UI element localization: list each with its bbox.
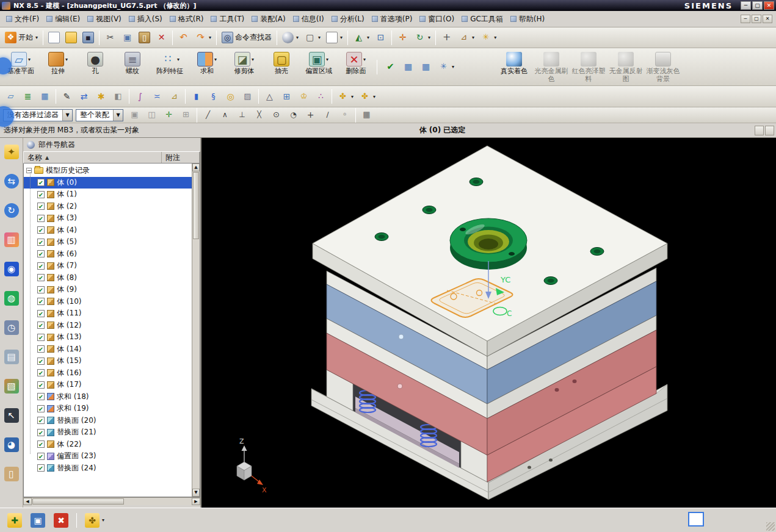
tree-item-row[interactable]: ✔替换面 (21) bbox=[24, 426, 192, 439]
tree-item-row[interactable]: ✔体 (4) bbox=[24, 225, 192, 237]
snap-control-point-button[interactable]: ⊥ bbox=[234, 107, 250, 123]
chevron-down-icon[interactable]: ▼ bbox=[62, 110, 72, 121]
menu-item-6[interactable]: 工具(T) bbox=[207, 12, 248, 27]
sheet-table-button[interactable]: ▦ bbox=[400, 59, 416, 74]
tree-item-row[interactable]: ✔体 (0) bbox=[24, 177, 192, 189]
tree-item-row[interactable]: ✔体 (17) bbox=[24, 379, 192, 391]
triangle-button[interactable]: △ bbox=[261, 89, 278, 104]
checkbox-icon[interactable]: ✔ bbox=[37, 262, 45, 270]
scroll-track[interactable] bbox=[192, 240, 200, 489]
view-orient-button[interactable]: ◭▾ bbox=[350, 30, 372, 45]
spring-tool-button[interactable]: § bbox=[205, 89, 222, 104]
menu-item-9[interactable]: 分析(L) bbox=[328, 12, 368, 27]
trim-body-button[interactable]: ◪▾修剪体 bbox=[226, 50, 263, 84]
navigator-vertical-scrollbar[interactable]: ▲ ▼ bbox=[192, 164, 200, 497]
snap-enable-button[interactable]: ✛ bbox=[161, 107, 177, 123]
mdi-close-button[interactable]: ✕ bbox=[763, 15, 772, 23]
unite-button[interactable]: ▾求和 bbox=[189, 50, 225, 84]
checkbox-icon[interactable]: ✔ bbox=[37, 250, 45, 257]
molecule-button[interactable]: ∴ bbox=[313, 89, 329, 104]
tree-item-row[interactable]: ✔替换面 (24) bbox=[24, 462, 192, 475]
snap-point-on-curve-button[interactable]: ∕ bbox=[319, 107, 336, 123]
tree-item-row[interactable]: ✔体 (7) bbox=[24, 260, 192, 272]
grid-button[interactable]: ⊞ bbox=[278, 89, 295, 104]
tree-item-row[interactable]: ✔体 (2) bbox=[24, 201, 192, 213]
datum-csys-button[interactable]: ✳▾ bbox=[477, 30, 499, 45]
scroll-track-h[interactable] bbox=[125, 498, 192, 505]
snap-midpoint-button[interactable]: ∧ bbox=[217, 107, 233, 123]
move-object-button[interactable]: ✛ bbox=[394, 30, 411, 45]
checkbox-icon[interactable]: ✔ bbox=[37, 405, 45, 412]
tree-root-row[interactable]: −模型历史记录 bbox=[24, 165, 192, 177]
highlight-button[interactable]: ▣ bbox=[126, 107, 143, 123]
shell-button[interactable]: ▢抽壳 bbox=[263, 50, 300, 84]
hatch-button[interactable]: ▨ bbox=[239, 89, 256, 104]
tree-item-row[interactable]: ✔体 (9) bbox=[24, 284, 192, 296]
tree-item-row[interactable]: ✔求和 (19) bbox=[24, 403, 192, 415]
gtac-button[interactable]: ◕ bbox=[2, 436, 21, 454]
menu-item-2[interactable]: 编辑(E) bbox=[43, 12, 84, 27]
tree-item-row[interactable]: ✔体 (14) bbox=[24, 343, 192, 356]
checkbox-icon[interactable]: ✔ bbox=[37, 310, 45, 317]
sketch-button[interactable]: ✎ bbox=[59, 89, 75, 104]
tree-item-row[interactable]: ✔体 (16) bbox=[24, 367, 192, 379]
menu-item-7[interactable]: 装配(A) bbox=[248, 12, 289, 27]
menu-item-10[interactable]: 首选项(P) bbox=[368, 12, 416, 27]
paste-button[interactable]: ▯ bbox=[136, 30, 153, 45]
star-grid-button[interactable]: ✳▾ bbox=[435, 59, 457, 74]
background-button[interactable]: ▾ bbox=[324, 30, 345, 45]
open-button[interactable] bbox=[63, 30, 79, 45]
column-header-note[interactable]: 附注 bbox=[162, 152, 200, 163]
tree-item-row[interactable]: ✔体 (3) bbox=[24, 212, 192, 225]
column-header-name[interactable]: 名称 ▲ bbox=[24, 152, 162, 163]
checkbox-icon[interactable]: ✔ bbox=[37, 286, 45, 293]
curve-button[interactable]: ∫ bbox=[132, 89, 148, 104]
layout-button[interactable]: ▢▾ bbox=[302, 30, 323, 45]
checkbox-icon[interactable]: ✔ bbox=[37, 464, 45, 472]
tree-item-row[interactable]: ✔求和 (18) bbox=[24, 391, 192, 403]
close-part-button[interactable]: ✖ bbox=[51, 511, 71, 530]
mini-input-box[interactable] bbox=[688, 512, 704, 527]
tools-button[interactable]: ✱ bbox=[93, 89, 109, 104]
checkbox-icon[interactable]: ✔ bbox=[37, 393, 45, 400]
tree-item-row[interactable]: ✔体 (8) bbox=[24, 272, 192, 284]
dimension-button[interactable]: ⊿ bbox=[166, 89, 183, 104]
cascade-windows-button[interactable]: ▣ bbox=[28, 511, 48, 530]
menu-item-12[interactable]: GC工具箱 bbox=[458, 12, 507, 27]
selection-scope-dropdown[interactable]: 整个装配 ▼ bbox=[76, 109, 123, 121]
view-triad[interactable]: Z X bbox=[237, 437, 267, 494]
snap-quadrant-button[interactable]: ◔ bbox=[285, 107, 302, 123]
ring-tool-button[interactable]: ◎ bbox=[222, 89, 239, 104]
tree-item-row[interactable]: ✔体 (12) bbox=[24, 320, 192, 332]
menu-item-11[interactable]: 窗口(O) bbox=[416, 12, 458, 27]
scroll-up-icon[interactable]: ▲ bbox=[192, 164, 200, 171]
true-shading-button[interactable]: 真实着色 bbox=[496, 50, 532, 84]
redo-button[interactable]: ↷▾ bbox=[192, 30, 214, 45]
graphics-viewport[interactable]: YC C Z X bbox=[201, 138, 776, 508]
menu-item-13[interactable]: 帮助(H) bbox=[507, 12, 548, 27]
tree-item-row[interactable]: ✔体 (13) bbox=[24, 331, 192, 343]
checkbox-icon[interactable]: ✔ bbox=[37, 203, 45, 210]
offset-region-button[interactable]: ▣▾偏置区域 bbox=[300, 50, 337, 84]
prompt-prev-button[interactable] bbox=[755, 126, 764, 135]
resize-grip-icon[interactable] bbox=[766, 522, 775, 531]
snap-intersection-button[interactable]: ╳ bbox=[251, 107, 267, 123]
snap-endpoint-button[interactable]: ╱ bbox=[200, 107, 216, 123]
chevron-down-icon[interactable]: ▼ bbox=[113, 110, 123, 121]
checkbox-icon[interactable]: ✔ bbox=[37, 334, 45, 341]
checkbox-icon[interactable]: ✔ bbox=[37, 191, 45, 198]
display-mode-button[interactable]: ◧ bbox=[110, 89, 126, 104]
web-browser-button[interactable]: ◍ bbox=[2, 289, 21, 307]
prompt-next-button[interactable] bbox=[765, 126, 774, 135]
checkbox-icon[interactable]: ✔ bbox=[37, 215, 45, 222]
menu-item-5[interactable]: 格式(R) bbox=[166, 12, 208, 27]
menu-item-4[interactable]: 插入(S) bbox=[125, 12, 166, 27]
pattern-feature-button[interactable]: ∷▾阵列特征 bbox=[151, 50, 188, 84]
mdi-minimize-button[interactable]: ─ bbox=[741, 15, 750, 23]
templates-button[interactable]: ▯ bbox=[2, 465, 21, 483]
mold-assembly-model[interactable]: YC C Z X bbox=[201, 138, 776, 508]
checkbox-icon[interactable]: ✔ bbox=[37, 417, 45, 424]
checkbox-icon[interactable]: ✔ bbox=[37, 369, 45, 376]
maximize-button[interactable]: ▢ bbox=[752, 1, 763, 10]
datum-plane-small-button[interactable]: ▱ bbox=[2, 89, 19, 104]
